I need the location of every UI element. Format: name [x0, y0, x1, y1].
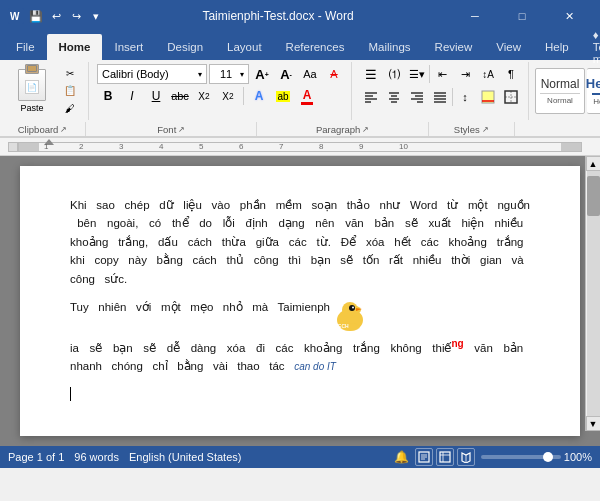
scroll-up-button[interactable]: ▲ — [586, 156, 601, 171]
svg-text:W: W — [10, 11, 20, 22]
sort-button[interactable]: ↕A — [477, 64, 499, 84]
status-notifications[interactable]: 🔔 — [394, 450, 409, 464]
text-effects-button[interactable]: A — [248, 86, 270, 106]
underline-button[interactable]: U — [145, 86, 167, 106]
clear-formatting-button[interactable]: A — [323, 64, 345, 84]
superscript-button[interactable]: X2 — [217, 86, 239, 106]
shading-button[interactable] — [477, 87, 499, 107]
document-container[interactable]: Khi sao chép dữ liệu vào phần mềm soạn t… — [0, 156, 600, 446]
separator1 — [243, 87, 244, 105]
subscript-button[interactable]: X2 — [193, 86, 215, 106]
line-spacing-button[interactable]: ↕ — [454, 87, 476, 107]
minimize-button[interactable]: ─ — [452, 0, 498, 32]
font-decrease-button[interactable]: A- — [275, 64, 297, 84]
font-increase-button[interactable]: A+ — [251, 64, 273, 84]
ruler-num-10: 10 — [399, 142, 408, 151]
bold-button[interactable]: B — [97, 86, 119, 106]
styles-gallery: Normal Normal Heading Heading 1 ▲ ▼ ▾ — [535, 65, 600, 117]
align-right-button[interactable] — [406, 87, 428, 107]
read-mode-button[interactable] — [457, 448, 475, 466]
tab-references[interactable]: References — [274, 34, 357, 60]
font-size-dropdown[interactable]: 11 ▾ — [209, 64, 249, 84]
numbering-button[interactable]: ⑴ — [383, 64, 405, 84]
word-icon: W — [8, 8, 24, 24]
restore-button[interactable]: □ — [499, 0, 545, 32]
paragraph1: Khi sao chép dữ liệu vào phần mềm soạn t… — [70, 196, 530, 288]
font-name-dropdown[interactable]: Calibri (Body) ▾ — [97, 64, 207, 84]
font-group-content: Calibri (Body) ▾ 11 ▾ A+ A- Aа A B — [97, 64, 345, 106]
justify-button[interactable] — [429, 87, 451, 107]
copy-button[interactable]: 📋 — [58, 83, 82, 99]
view-buttons — [415, 448, 475, 466]
bullets-button[interactable]: ☰ — [360, 64, 382, 84]
tab-insert[interactable]: Insert — [102, 34, 155, 60]
close-button[interactable]: ✕ — [546, 0, 592, 32]
styles-expand[interactable]: ↗ — [482, 125, 489, 134]
pilcrow-button[interactable]: ¶ — [500, 64, 522, 84]
paragraph-expand[interactable]: ↗ — [362, 125, 369, 134]
document-page[interactable]: Khi sao chép dữ liệu vào phần mềm soạn t… — [20, 166, 580, 436]
font-expand[interactable]: ↗ — [178, 125, 185, 134]
ruler-num-7: 7 — [279, 142, 283, 151]
language: English (United States) — [129, 451, 242, 463]
customize-icon[interactable]: ▾ — [88, 8, 104, 24]
align-left-button[interactable] — [360, 87, 382, 107]
scroll-thumb[interactable] — [587, 176, 600, 216]
font-size-value: 11 — [214, 68, 238, 80]
paragraph-label: Paragraph ↗ — [257, 122, 428, 136]
font-name-arrow: ▾ — [198, 70, 202, 79]
ruler-num-9: 9 — [359, 142, 363, 151]
ruler-num-8: 8 — [319, 142, 323, 151]
style-heading1[interactable]: Heading Heading 1 — [587, 68, 600, 114]
tab-design[interactable]: Design — [155, 34, 215, 60]
undo-icon[interactable]: ↩ — [48, 8, 64, 24]
cursor-line[interactable] — [70, 386, 530, 404]
paste-icon: 📄 — [18, 69, 46, 101]
paste-button[interactable]: 📄 Paste — [10, 65, 54, 117]
style-normal[interactable]: Normal Normal — [535, 68, 585, 114]
tab-tellme[interactable]: ♦ Tell me — [581, 34, 600, 60]
print-layout-button[interactable] — [415, 448, 433, 466]
align-center-button[interactable] — [383, 87, 405, 107]
save-icon[interactable]: 💾 — [28, 8, 44, 24]
scroll-down-button[interactable]: ▼ — [586, 416, 601, 431]
tab-help[interactable]: Help — [533, 34, 581, 60]
zoom-slider[interactable] — [481, 455, 561, 459]
highlight-button[interactable]: ab — [272, 86, 294, 106]
format-painter-button[interactable]: 🖌 — [58, 101, 82, 117]
font-color-button[interactable]: A — [296, 86, 318, 106]
title-bar: W 💾 ↩ ↪ ▾ Taimienphi-Test.docx - Word ─ … — [0, 0, 600, 32]
ruler: 1 2 3 4 5 6 7 8 9 10 — [0, 138, 600, 156]
ruler-corner[interactable] — [8, 142, 18, 152]
svg-text:TECH: TECH — [335, 323, 349, 329]
tab-file[interactable]: File — [4, 34, 47, 60]
change-case-button[interactable]: Aа — [299, 64, 321, 84]
vertical-scrollbar[interactable]: ▲ ▼ — [585, 156, 600, 431]
tab-view[interactable]: View — [484, 34, 533, 60]
tab-review[interactable]: Review — [423, 34, 485, 60]
ruler-num-2: 2 — [79, 142, 83, 151]
tab-mailings[interactable]: Mailings — [356, 34, 422, 60]
status-right: 🔔 100% — [394, 448, 592, 466]
redo-icon[interactable]: ↪ — [68, 8, 84, 24]
para-row2: ↕ — [360, 87, 522, 107]
document-text[interactable]: Khi sao chép dữ liệu vào phần mềm soạn t… — [70, 196, 530, 404]
cut-button[interactable]: ✂ — [58, 65, 82, 81]
tab-home[interactable]: Home — [47, 34, 103, 60]
italic-button[interactable]: I — [121, 86, 143, 106]
strikethrough-button[interactable]: abc — [169, 86, 191, 106]
tab-layout[interactable]: Layout — [215, 34, 274, 60]
font-row2: B I U abc X2 X2 A ab A — [97, 86, 345, 106]
scroll-track[interactable] — [587, 171, 600, 416]
outdent-button[interactable]: ⇤ — [431, 64, 453, 84]
zoom-thumb[interactable] — [543, 452, 553, 462]
clipboard-expand[interactable]: ↗ — [60, 125, 67, 134]
ruler-num-4: 4 — [159, 142, 163, 151]
web-layout-button[interactable] — [436, 448, 454, 466]
font-group: Calibri (Body) ▾ 11 ▾ A+ A- Aа A B — [91, 62, 352, 120]
borders-button[interactable] — [500, 87, 522, 107]
separator2 — [429, 65, 430, 83]
indent-button[interactable]: ⇥ — [454, 64, 476, 84]
multilevel-list-button[interactable]: ☰▾ — [406, 64, 428, 84]
ruler-track: 1 2 3 4 5 6 7 8 9 10 — [18, 142, 582, 152]
